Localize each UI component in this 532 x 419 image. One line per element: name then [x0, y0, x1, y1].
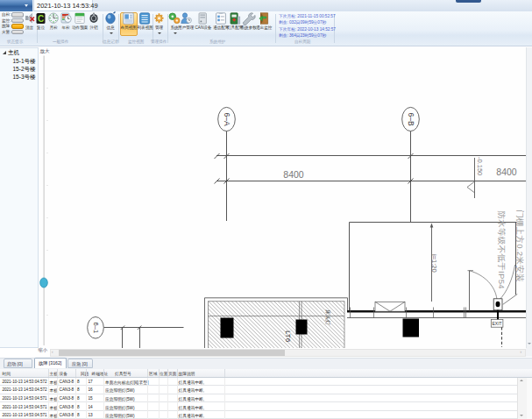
svg-text:6–1: 6–1	[92, 323, 100, 334]
svg-text:i=1:20: i=1:20	[430, 254, 438, 273]
svg-text:C: C	[38, 14, 44, 24]
svg-text:门棚上方0.2米安装: 门棚上方0.2米安装	[515, 210, 525, 282]
svg-text:6–A: 6–A	[223, 112, 231, 125]
svg-text:6–B: 6–B	[407, 112, 415, 125]
svg-text:EXIT: EXIT	[493, 321, 502, 326]
svg-text:防水等级不低于IP54: 防水等级不低于IP54	[497, 211, 507, 289]
svg-text:-0.150: -0.150	[476, 157, 484, 175]
svg-text:8400: 8400	[496, 167, 517, 177]
svg-text:LT6: LT6	[284, 330, 292, 343]
svg-text:8400: 8400	[283, 169, 304, 180]
svg-text:床头灯: 床头灯	[324, 309, 331, 325]
